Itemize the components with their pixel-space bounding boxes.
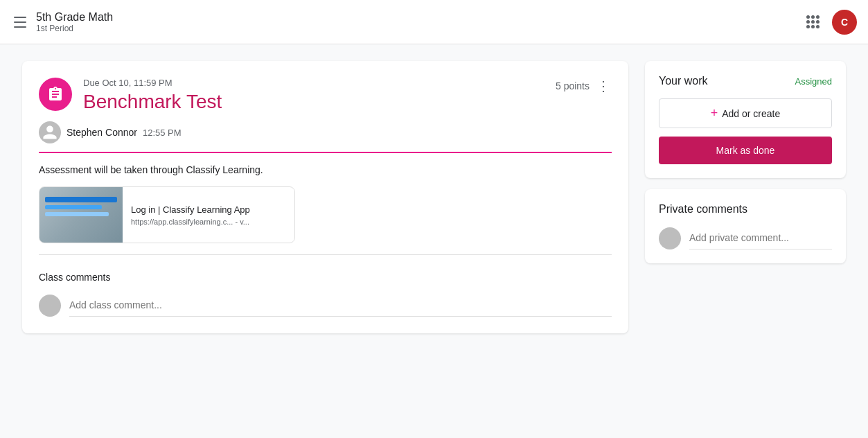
body-divider bbox=[39, 254, 612, 255]
author-row: Stephen Connor 12:55 PM bbox=[39, 121, 612, 152]
private-commenter-avatar bbox=[659, 227, 681, 249]
author-avatar bbox=[39, 121, 61, 143]
menu-icon[interactable] bbox=[11, 14, 28, 30]
private-commenter-person-icon bbox=[662, 230, 678, 247]
assignment-meta: Due Oct 10, 11:59 PM Benchmark Test bbox=[83, 78, 556, 113]
apps-icon[interactable] bbox=[799, 8, 826, 36]
commenter-avatar bbox=[39, 295, 61, 317]
private-comments-card: Private comments bbox=[645, 189, 846, 263]
your-work-header: Your work Assigned bbox=[659, 75, 832, 87]
topbar-left: 5th Grade Math 1st Period bbox=[11, 10, 113, 33]
due-date: Due Oct 10, 11:59 PM bbox=[83, 78, 556, 88]
person-icon bbox=[42, 124, 58, 141]
assignment-points-row: 5 points ⋮ bbox=[556, 78, 612, 94]
assignment-icon bbox=[39, 78, 72, 111]
comment-input-row bbox=[39, 294, 612, 317]
app-title: 5th Grade Math bbox=[36, 10, 113, 24]
private-comments-title: Private comments bbox=[659, 203, 832, 216]
assignment-description: Assessment will be taken through Classif… bbox=[39, 164, 612, 175]
your-work-title: Your work bbox=[659, 75, 708, 87]
link-info: Log in | Classify Learning App https://a… bbox=[123, 199, 294, 231]
add-create-button[interactable]: + Add or create bbox=[659, 98, 832, 128]
link-url: https://app.classifylearning.c... - v... bbox=[131, 218, 286, 226]
link-card[interactable]: Log in | Classify Learning App https://a… bbox=[39, 186, 295, 243]
clipboard-icon bbox=[47, 86, 64, 103]
assignment-header: Due Oct 10, 11:59 PM Benchmark Test 5 po… bbox=[39, 78, 612, 113]
assigned-badge: Assigned bbox=[795, 76, 832, 87]
link-thumbnail bbox=[39, 187, 123, 243]
mark-done-button[interactable]: Mark as done bbox=[659, 137, 832, 164]
assignment-area: Due Oct 10, 11:59 PM Benchmark Test 5 po… bbox=[22, 61, 628, 333]
your-work-card: Your work Assigned + Add or create Mark … bbox=[645, 61, 846, 178]
sidebar: Your work Assigned + Add or create Mark … bbox=[645, 61, 846, 333]
user-avatar[interactable]: C bbox=[832, 10, 857, 35]
title-divider bbox=[39, 152, 612, 153]
app-title-block: 5th Grade Math 1st Period bbox=[36, 10, 113, 33]
app-subtitle: 1st Period bbox=[36, 24, 113, 33]
class-comments-section: Class comments bbox=[39, 272, 612, 317]
commenter-person-icon bbox=[42, 297, 58, 314]
main-content: Due Oct 10, 11:59 PM Benchmark Test 5 po… bbox=[0, 44, 868, 350]
private-comment-input-row bbox=[659, 227, 832, 249]
private-comment-input[interactable] bbox=[689, 227, 832, 249]
author-name: Stephen Connor bbox=[67, 127, 137, 138]
assignment-body: Assessment will be taken through Classif… bbox=[39, 164, 612, 243]
class-comments-heading: Class comments bbox=[39, 272, 612, 283]
topbar: 5th Grade Math 1st Period C bbox=[0, 0, 868, 44]
topbar-right: C bbox=[799, 8, 857, 36]
link-thumbnail-image bbox=[39, 187, 123, 243]
class-comment-input[interactable] bbox=[69, 294, 612, 317]
link-title: Log in | Classify Learning App bbox=[131, 204, 286, 215]
plus-icon: + bbox=[711, 106, 718, 121]
add-create-label: Add or create bbox=[722, 108, 780, 119]
post-time: 12:55 PM bbox=[143, 128, 181, 138]
assignment-title: Benchmark Test bbox=[83, 91, 556, 113]
more-options-icon[interactable]: ⋮ bbox=[595, 78, 612, 94]
points-text: 5 points bbox=[556, 80, 590, 91]
